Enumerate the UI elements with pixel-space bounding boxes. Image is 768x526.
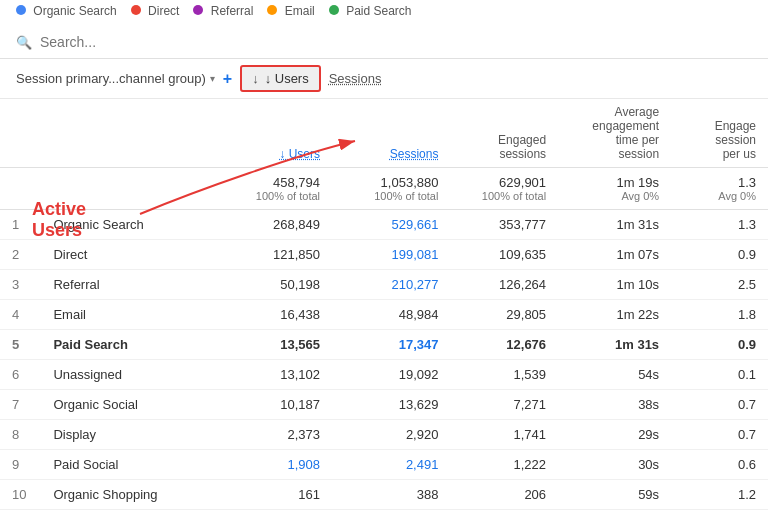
- row-num-3: 3: [0, 270, 41, 300]
- row-users-8: 2,373: [214, 420, 332, 450]
- table-row: 6 Unassigned 13,102 19,092 1,539 54s 0.1: [0, 360, 768, 390]
- row-users-5: 13,565: [214, 330, 332, 360]
- row-engage-per-5: 0.9: [671, 330, 768, 360]
- row-num-4: 4: [0, 300, 41, 330]
- col-header-sessions[interactable]: Sessions: [332, 99, 450, 168]
- row-channel-6[interactable]: Unassigned: [41, 360, 213, 390]
- users-button-container: ↓ ↓ Users: [240, 65, 321, 92]
- table-row: 7 Organic Social 10,187 13,629 7,271 38s…: [0, 390, 768, 420]
- users-sort-button[interactable]: ↓ ↓ Users: [240, 65, 321, 92]
- row-num-10: 10: [0, 480, 41, 510]
- row-users-2: 121,850: [214, 240, 332, 270]
- row-avg-time-2: 1m 07s: [558, 240, 671, 270]
- row-engaged-6: 1,539: [450, 360, 558, 390]
- row-sessions-7: 13,629: [332, 390, 450, 420]
- row-engage-per-10: 1.2: [671, 480, 768, 510]
- row-num-5: 5: [0, 330, 41, 360]
- row-num-9: 9: [0, 450, 41, 480]
- row-engage-per-8: 0.7: [671, 420, 768, 450]
- sessions-col-label: Sessions: [390, 147, 439, 161]
- row-engaged-3: 126,264: [450, 270, 558, 300]
- legend-dot-paid-search: [329, 5, 339, 15]
- sessions-column-header[interactable]: Sessions: [329, 71, 382, 86]
- row-sessions-8: 2,920: [332, 420, 450, 450]
- data-table: ↓ Users Sessions Engagedsessions Average…: [0, 99, 768, 510]
- row-channel-3[interactable]: Referral: [41, 270, 213, 300]
- search-icon: 🔍: [16, 35, 32, 50]
- table-row: 5 Paid Search 13,565 17,347 12,676 1m 31…: [0, 330, 768, 360]
- row-avg-time-6: 54s: [558, 360, 671, 390]
- legend-dot-email: [267, 5, 277, 15]
- legend-dot-referral: [193, 5, 203, 15]
- row-users-7: 10,187: [214, 390, 332, 420]
- row-sessions-1: 529,661: [332, 210, 450, 240]
- table-row: 4 Email 16,438 48,984 29,805 1m 22s 1.8: [0, 300, 768, 330]
- total-sessions: 1,053,880 100% of total: [332, 168, 450, 210]
- users-button-label: ↓ Users: [265, 71, 309, 86]
- legend-dot-organic: [16, 5, 26, 15]
- row-avg-time-4: 1m 22s: [558, 300, 671, 330]
- filter-text: Session primary...channel group): [16, 71, 206, 86]
- row-engage-per-7: 0.7: [671, 390, 768, 420]
- row-engage-per-2: 0.9: [671, 240, 768, 270]
- users-col-label: ↓ Users: [279, 147, 320, 161]
- legend-bar: Organic Search Direct Referral Email Pai…: [0, 0, 768, 26]
- filter-row: Session primary...channel group) ▾ + ↓ ↓…: [0, 59, 768, 99]
- row-users-6: 13,102: [214, 360, 332, 390]
- row-engage-per-9: 0.6: [671, 450, 768, 480]
- col-header-channel: [41, 99, 213, 168]
- row-sessions-3: 210,277: [332, 270, 450, 300]
- row-engaged-7: 7,271: [450, 390, 558, 420]
- row-num-2: 2: [0, 240, 41, 270]
- col-header-engaged: Engagedsessions: [450, 99, 558, 168]
- row-avg-time-7: 38s: [558, 390, 671, 420]
- col-header-users[interactable]: ↓ Users: [214, 99, 332, 168]
- row-channel-2[interactable]: Direct: [41, 240, 213, 270]
- legend-dot-direct: [131, 5, 141, 15]
- row-num-6: 6: [0, 360, 41, 390]
- row-avg-time-8: 29s: [558, 420, 671, 450]
- row-sessions-4: 48,984: [332, 300, 450, 330]
- legend-item-referral: Referral: [193, 4, 253, 18]
- row-channel-9[interactable]: Paid Social: [41, 450, 213, 480]
- table-wrapper: Active Users ↓ Users Sessions Engagedses…: [0, 99, 768, 510]
- row-engaged-9: 1,222: [450, 450, 558, 480]
- row-channel-8[interactable]: Display: [41, 420, 213, 450]
- row-users-10: 161: [214, 480, 332, 510]
- row-sessions-6: 19,092: [332, 360, 450, 390]
- row-users-1: 268,849: [214, 210, 332, 240]
- row-engaged-5: 12,676: [450, 330, 558, 360]
- row-users-3: 50,198: [214, 270, 332, 300]
- add-filter-button[interactable]: +: [223, 70, 232, 88]
- row-channel-4[interactable]: Email: [41, 300, 213, 330]
- row-engaged-1: 353,777: [450, 210, 558, 240]
- row-avg-time-1: 1m 31s: [558, 210, 671, 240]
- search-input[interactable]: [40, 34, 240, 50]
- col-header-engage-per: Engagesessionper us: [671, 99, 768, 168]
- row-avg-time-10: 59s: [558, 480, 671, 510]
- table-row: 2 Direct 121,850 199,081 109,635 1m 07s …: [0, 240, 768, 270]
- total-users: 458,794 100% of total: [214, 168, 332, 210]
- total-engage-per: 1.3 Avg 0%: [671, 168, 768, 210]
- table-row: 1 Organic Search 268,849 529,661 353,777…: [0, 210, 768, 240]
- table-row: 3 Referral 50,198 210,277 126,264 1m 10s…: [0, 270, 768, 300]
- col-header-avg: Averageengagementtime persession: [558, 99, 671, 168]
- row-engage-per-1: 1.3: [671, 210, 768, 240]
- total-engaged: 629,901 100% of total: [450, 168, 558, 210]
- row-sessions-9: 2,491: [332, 450, 450, 480]
- row-engaged-4: 29,805: [450, 300, 558, 330]
- chevron-down-icon: ▾: [210, 73, 215, 84]
- table-row: 10 Organic Shopping 161 388 206 59s 1.2: [0, 480, 768, 510]
- row-avg-time-3: 1m 10s: [558, 270, 671, 300]
- row-channel-7[interactable]: Organic Social: [41, 390, 213, 420]
- row-sessions-2: 199,081: [332, 240, 450, 270]
- row-channel-10[interactable]: Organic Shopping: [41, 480, 213, 510]
- legend-item-paid-search: Paid Search: [329, 4, 412, 18]
- row-engaged-8: 1,741: [450, 420, 558, 450]
- row-channel-5[interactable]: Paid Search: [41, 330, 213, 360]
- row-engage-per-4: 1.8: [671, 300, 768, 330]
- row-users-9: 1,908: [214, 450, 332, 480]
- row-users-4: 16,438: [214, 300, 332, 330]
- filter-label[interactable]: Session primary...channel group) ▾: [16, 71, 215, 86]
- row-engage-per-3: 2.5: [671, 270, 768, 300]
